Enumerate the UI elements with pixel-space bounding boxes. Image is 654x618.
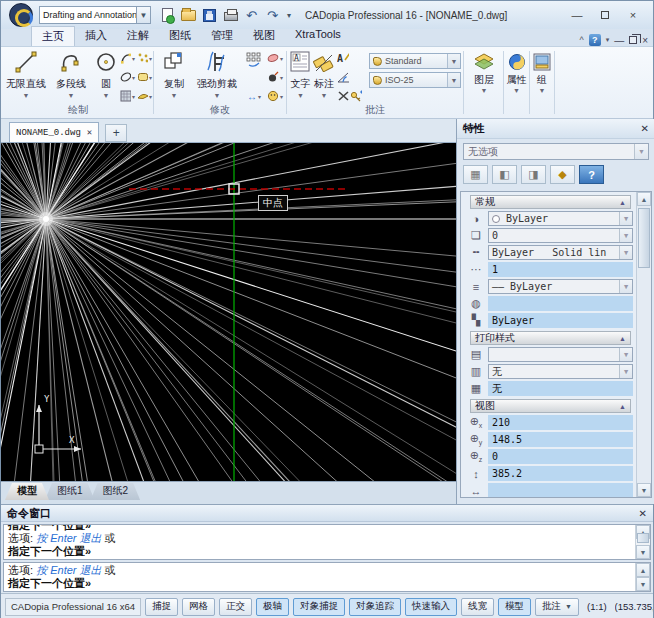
property-value[interactable]: ByLayer Solid lin▼ (488, 245, 633, 260)
layout-tab-2[interactable]: 图纸2 (91, 483, 141, 500)
print-button[interactable] (222, 7, 239, 23)
chevron-down-icon[interactable]: ▼ (619, 365, 632, 378)
undo-button[interactable]: ↶ (243, 7, 260, 23)
chevron-down-icon[interactable]: ▼ (619, 212, 632, 225)
command-prompt-scrollbar[interactable]: ▲ ▼ (635, 563, 650, 591)
command-history-scrollbar[interactable]: ▲ ▼ (635, 525, 650, 559)
key-add-icon[interactable] (350, 90, 362, 102)
erase-button[interactable]: ▾ (267, 52, 283, 64)
scrollbar-thumb[interactable] (638, 208, 650, 268)
chevron-down-icon[interactable]: ▼ (447, 54, 460, 68)
property-value[interactable]: 210 (488, 415, 633, 430)
selection-filter-select[interactable]: 无选项 ▼ (463, 143, 649, 160)
chevron-down-icon[interactable]: ▾ (280, 74, 283, 81)
property-value[interactable] (488, 483, 633, 498)
close-command-window-icon[interactable]: ✕ (639, 508, 647, 519)
scroll-up-icon[interactable]: ▲ (636, 563, 650, 577)
property-value[interactable] (488, 296, 633, 311)
qat-customize-button[interactable]: ▾ (287, 11, 291, 20)
drawing-canvas[interactable]: XY 中点 (1, 143, 456, 481)
status-toggle-6[interactable]: 快速输入 (405, 598, 457, 616)
command-history[interactable]: 指定下一个位置»选项: 按 Enter 退出 或指定下一个位置» ▲ ▼ (3, 524, 651, 560)
save-button[interactable] (201, 7, 218, 23)
hatch-button[interactable]: ▾ (120, 90, 135, 102)
chevron-down-icon[interactable]: ▼ (447, 73, 460, 87)
new-file-button[interactable] (159, 7, 176, 23)
stretch-button[interactable]: ↔ ▾ (247, 91, 261, 102)
power-trim-button[interactable]: 强劲剪裁 ▼ (192, 49, 242, 105)
scroll-down-icon[interactable]: ▼ (637, 483, 651, 497)
select-elements-button[interactable]: ◧ (492, 165, 517, 184)
chevron-down-icon[interactable]: ▾ (149, 93, 152, 100)
explode-button[interactable]: ▾ (267, 71, 283, 83)
property-value[interactable]: ByLayer (488, 313, 633, 328)
chevron-down-icon[interactable]: ▼ (214, 92, 221, 99)
property-value[interactable]: 148.5 (488, 432, 633, 447)
new-document-tab-button[interactable]: + (105, 124, 127, 142)
section-header-0[interactable]: 常规▲ (470, 195, 631, 209)
annotation-scale-dropdown[interactable]: 批注 ▼ (535, 598, 579, 616)
ribbon-tab-4[interactable]: 管理 (201, 26, 243, 46)
property-value[interactable]: —— ByLayer▼ (488, 279, 633, 294)
array-button[interactable] (246, 52, 262, 68)
chevron-down-icon[interactable]: ▼ (619, 348, 632, 361)
gradient-button[interactable]: ▾ (137, 90, 152, 102)
chevron-down-icon[interactable]: ▼ (539, 87, 546, 94)
status-toggle-4[interactable]: 对象捕捉 (293, 598, 345, 616)
document-tab[interactable]: NONAME_0.dwg ✕ (9, 122, 99, 142)
chevron-down-icon[interactable]: ▼ (136, 7, 150, 23)
scroll-up-icon[interactable]: ▲ (637, 192, 651, 206)
property-value[interactable]: 无▼ (488, 364, 633, 379)
property-value[interactable]: 0▼ (488, 228, 633, 243)
arc-button[interactable]: ▾ (120, 52, 135, 64)
chevron-down-icon[interactable]: ▾ (149, 55, 152, 62)
collapse-icon[interactable]: ▲ (619, 335, 626, 342)
close-button[interactable]: × (619, 6, 647, 24)
ribbon-tab-2[interactable]: 注解 (117, 26, 159, 46)
help-icon[interactable]: ? (589, 34, 601, 46)
angle-dimension-button[interactable] (337, 71, 368, 83)
chevron-down-icon[interactable]: ▼ (320, 92, 327, 99)
dim-style-select[interactable]: ISO-25 ▼ (369, 72, 461, 88)
command-prompt[interactable]: 选项: 按 Enter 退出 或指定下一个位置» ▲ ▼ (3, 562, 651, 592)
command-option-link[interactable]: 按 Enter 退出 (36, 564, 101, 576)
chevron-down-icon[interactable]: ▼ (481, 87, 488, 94)
scroll-down-icon[interactable]: ▼ (636, 545, 650, 559)
quick-select-button[interactable]: ◆ (550, 165, 575, 184)
dimension-button[interactable]: 标注 ▼ (312, 49, 336, 105)
ribbon-tab-6[interactable]: XtraTools (285, 26, 351, 46)
minimize-button[interactable]: — (563, 6, 591, 24)
scrollbar-thumb[interactable] (637, 533, 649, 543)
collapse-icon[interactable]: ▲ (619, 403, 626, 410)
chevron-down-icon[interactable]: ▾ (606, 36, 610, 44)
chevron-down-icon[interactable]: ▼ (297, 92, 304, 99)
chevron-down-icon[interactable]: ▼ (171, 92, 178, 99)
app-logo-icon[interactable] (9, 3, 33, 27)
ribbon-tab-3[interactable]: 图纸 (159, 26, 201, 46)
region-button[interactable]: ▾ (137, 71, 152, 83)
ribbon-collapse-icon[interactable]: ^ (579, 35, 583, 45)
properties-button[interactable]: 属性 ▼ (505, 51, 528, 94)
maximize-button[interactable] (591, 6, 619, 24)
help-button[interactable]: ? (579, 165, 604, 184)
status-toggle-7[interactable]: 线宽 (461, 598, 494, 616)
ribbon-tab-5[interactable]: 视图 (243, 26, 285, 46)
workspace-select[interactable]: Drafting and Annotation ▼ (39, 6, 151, 24)
collapse-icon[interactable]: ▲ (619, 199, 626, 206)
layers-button[interactable]: 图层 ▼ (467, 51, 501, 94)
point-button[interactable]: ▾ (137, 52, 152, 64)
close-tab-icon[interactable]: ✕ (87, 127, 92, 138)
chevron-down-icon[interactable]: ▼ (23, 92, 30, 99)
chevron-down-icon[interactable]: ▼ (619, 246, 632, 259)
property-value[interactable]: ▼ (488, 347, 633, 362)
close-panel-icon[interactable]: ✕ (641, 123, 649, 134)
text-button[interactable]: A 文字 ▼ (289, 49, 312, 105)
layout-tab-1[interactable]: 图纸1 (45, 483, 95, 500)
redo-button[interactable]: ↷ (264, 7, 281, 23)
chevron-down-icon[interactable]: ▼ (619, 280, 632, 293)
dimension-delete-icon[interactable] (337, 90, 349, 102)
status-toggle-3[interactable]: 极轴 (256, 598, 289, 616)
status-toggle-8[interactable]: 模型 (498, 598, 531, 616)
section-header-1[interactable]: 打印样式▲ (470, 331, 631, 345)
layout-tab-0[interactable]: 模型 (5, 483, 49, 500)
